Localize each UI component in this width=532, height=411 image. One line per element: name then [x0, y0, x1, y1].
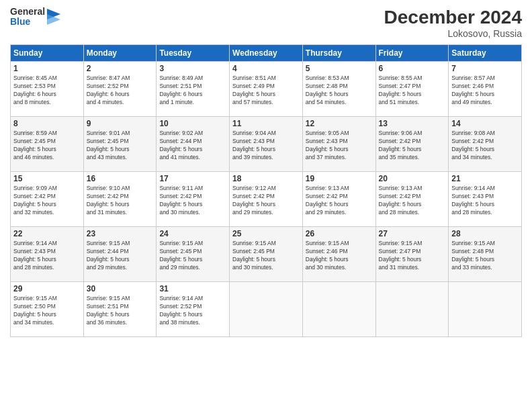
table-row: 8Sunrise: 8:59 AM Sunset: 2:45 PM Daylig… [11, 117, 84, 172]
table-row: 4Sunrise: 8:51 AM Sunset: 2:49 PM Daylig… [230, 62, 303, 117]
calendar-week-row: 8Sunrise: 8:59 AM Sunset: 2:45 PM Daylig… [11, 117, 522, 172]
day-number: 4 [232, 64, 300, 73]
day-info: Sunrise: 9:11 AM Sunset: 2:42 PM Dayligh… [159, 185, 226, 217]
day-info: Sunrise: 9:12 AM Sunset: 2:42 PM Dayligh… [232, 185, 300, 217]
table-row: 14Sunrise: 9:08 AM Sunset: 2:42 PM Dayli… [449, 117, 522, 172]
logo-blue-text: Blue [10, 17, 45, 27]
day-info: Sunrise: 9:14 AM Sunset: 2:52 PM Dayligh… [159, 295, 226, 327]
table-row: 27Sunrise: 9:15 AM Sunset: 2:47 PM Dayli… [375, 227, 449, 282]
page: General Blue December 2024 Lokosovo, Rus… [0, 0, 532, 411]
day-info: Sunrise: 9:15 AM Sunset: 2:48 PM Dayligh… [451, 240, 519, 272]
logo: General Blue [10, 7, 60, 28]
day-info: Sunrise: 8:51 AM Sunset: 2:49 PM Dayligh… [232, 75, 300, 107]
header-wednesday: Wednesday [230, 45, 303, 62]
header-friday: Friday [375, 45, 449, 62]
day-number: 14 [451, 119, 519, 128]
day-info: Sunrise: 9:08 AM Sunset: 2:42 PM Dayligh… [451, 130, 519, 162]
table-row: 2Sunrise: 8:47 AM Sunset: 2:52 PM Daylig… [83, 62, 157, 117]
table-row: 21Sunrise: 9:14 AM Sunset: 2:43 PM Dayli… [449, 172, 522, 227]
day-info: Sunrise: 8:49 AM Sunset: 2:51 PM Dayligh… [159, 75, 226, 107]
day-number: 30 [87, 284, 154, 293]
calendar-week-row: 15Sunrise: 9:09 AM Sunset: 2:42 PM Dayli… [11, 172, 522, 227]
day-number: 21 [451, 174, 519, 183]
table-row: 19Sunrise: 9:13 AM Sunset: 2:42 PM Dayli… [302, 172, 375, 227]
calendar-header-row: Sunday Monday Tuesday Wednesday Thursday… [11, 45, 522, 62]
calendar-table: Sunday Monday Tuesday Wednesday Thursday… [10, 44, 522, 337]
day-number: 22 [13, 229, 81, 238]
table-row: 31Sunrise: 9:14 AM Sunset: 2:52 PM Dayli… [157, 282, 230, 337]
day-number: 29 [13, 284, 81, 293]
header-sunday: Sunday [11, 45, 84, 62]
table-row: 26Sunrise: 9:15 AM Sunset: 2:46 PM Dayli… [302, 227, 375, 282]
table-row: 5Sunrise: 8:53 AM Sunset: 2:48 PM Daylig… [302, 62, 375, 117]
title-section: December 2024 Lokosovo, Russia [384, 7, 522, 39]
day-number: 17 [159, 174, 226, 183]
table-row: 10Sunrise: 9:02 AM Sunset: 2:44 PM Dayli… [157, 117, 230, 172]
day-number: 26 [306, 229, 373, 238]
day-number: 31 [159, 284, 226, 293]
day-number: 13 [379, 119, 446, 128]
day-number: 15 [13, 174, 81, 183]
day-info: Sunrise: 9:15 AM Sunset: 2:45 PM Dayligh… [232, 240, 300, 272]
day-number: 19 [306, 174, 373, 183]
day-number: 6 [379, 64, 446, 73]
day-info: Sunrise: 9:15 AM Sunset: 2:46 PM Dayligh… [306, 240, 373, 272]
table-row: 16Sunrise: 9:10 AM Sunset: 2:42 PM Dayli… [83, 172, 157, 227]
day-info: Sunrise: 9:06 AM Sunset: 2:42 PM Dayligh… [379, 130, 446, 162]
table-row: 11Sunrise: 9:04 AM Sunset: 2:43 PM Dayli… [230, 117, 303, 172]
table-row: 29Sunrise: 9:15 AM Sunset: 2:50 PM Dayli… [11, 282, 84, 337]
day-number: 24 [159, 229, 226, 238]
table-row: 24Sunrise: 9:15 AM Sunset: 2:45 PM Dayli… [157, 227, 230, 282]
table-row: 15Sunrise: 9:09 AM Sunset: 2:42 PM Dayli… [11, 172, 84, 227]
day-number: 20 [379, 174, 446, 183]
calendar-week-row: 29Sunrise: 9:15 AM Sunset: 2:50 PM Dayli… [11, 282, 522, 337]
day-info: Sunrise: 9:14 AM Sunset: 2:43 PM Dayligh… [13, 240, 81, 272]
day-info: Sunrise: 8:47 AM Sunset: 2:52 PM Dayligh… [87, 75, 154, 107]
table-row: 1Sunrise: 8:45 AM Sunset: 2:53 PM Daylig… [11, 62, 84, 117]
day-info: Sunrise: 9:15 AM Sunset: 2:50 PM Dayligh… [13, 295, 81, 327]
day-number: 27 [379, 229, 446, 238]
day-info: Sunrise: 8:45 AM Sunset: 2:53 PM Dayligh… [13, 75, 81, 107]
day-number: 10 [159, 119, 226, 128]
day-info: Sunrise: 8:55 AM Sunset: 2:47 PM Dayligh… [379, 75, 446, 107]
day-number: 11 [232, 119, 300, 128]
day-info: Sunrise: 9:02 AM Sunset: 2:44 PM Dayligh… [159, 130, 226, 162]
day-number: 12 [306, 119, 373, 128]
day-info: Sunrise: 9:13 AM Sunset: 2:42 PM Dayligh… [306, 185, 373, 217]
day-number: 18 [232, 174, 300, 183]
table-row: 17Sunrise: 9:11 AM Sunset: 2:42 PM Dayli… [157, 172, 230, 227]
header-tuesday: Tuesday [157, 45, 230, 62]
table-row: 30Sunrise: 9:15 AM Sunset: 2:51 PM Dayli… [83, 282, 157, 337]
table-row [302, 282, 375, 337]
day-info: Sunrise: 8:57 AM Sunset: 2:46 PM Dayligh… [451, 75, 519, 107]
day-info: Sunrise: 9:15 AM Sunset: 2:51 PM Dayligh… [87, 295, 154, 327]
logo-icon [47, 9, 60, 25]
table-row: 20Sunrise: 9:13 AM Sunset: 2:42 PM Dayli… [375, 172, 449, 227]
table-row: 9Sunrise: 9:01 AM Sunset: 2:45 PM Daylig… [83, 117, 157, 172]
day-number: 2 [87, 64, 154, 73]
table-row: 7Sunrise: 8:57 AM Sunset: 2:46 PM Daylig… [449, 62, 522, 117]
table-row [449, 282, 522, 337]
table-row [230, 282, 303, 337]
day-info: Sunrise: 8:53 AM Sunset: 2:48 PM Dayligh… [306, 75, 373, 107]
day-number: 3 [159, 64, 226, 73]
day-number: 5 [306, 64, 373, 73]
day-info: Sunrise: 9:01 AM Sunset: 2:45 PM Dayligh… [87, 130, 154, 162]
table-row: 12Sunrise: 9:05 AM Sunset: 2:43 PM Dayli… [302, 117, 375, 172]
day-info: Sunrise: 9:05 AM Sunset: 2:43 PM Dayligh… [306, 130, 373, 162]
day-info: Sunrise: 9:10 AM Sunset: 2:42 PM Dayligh… [87, 185, 154, 217]
header-monday: Monday [83, 45, 157, 62]
day-number: 7 [451, 64, 519, 73]
day-info: Sunrise: 9:13 AM Sunset: 2:42 PM Dayligh… [379, 185, 446, 217]
header: General Blue December 2024 Lokosovo, Rus… [10, 7, 522, 39]
table-row: 23Sunrise: 9:15 AM Sunset: 2:44 PM Dayli… [83, 227, 157, 282]
table-row: 18Sunrise: 9:12 AM Sunset: 2:42 PM Dayli… [230, 172, 303, 227]
day-info: Sunrise: 8:59 AM Sunset: 2:45 PM Dayligh… [13, 130, 81, 162]
main-title: December 2024 [384, 7, 522, 28]
table-row: 13Sunrise: 9:06 AM Sunset: 2:42 PM Dayli… [375, 117, 449, 172]
calendar-week-row: 22Sunrise: 9:14 AM Sunset: 2:43 PM Dayli… [11, 227, 522, 282]
table-row: 28Sunrise: 9:15 AM Sunset: 2:48 PM Dayli… [449, 227, 522, 282]
table-row [375, 282, 449, 337]
day-number: 23 [87, 229, 154, 238]
day-number: 9 [87, 119, 154, 128]
